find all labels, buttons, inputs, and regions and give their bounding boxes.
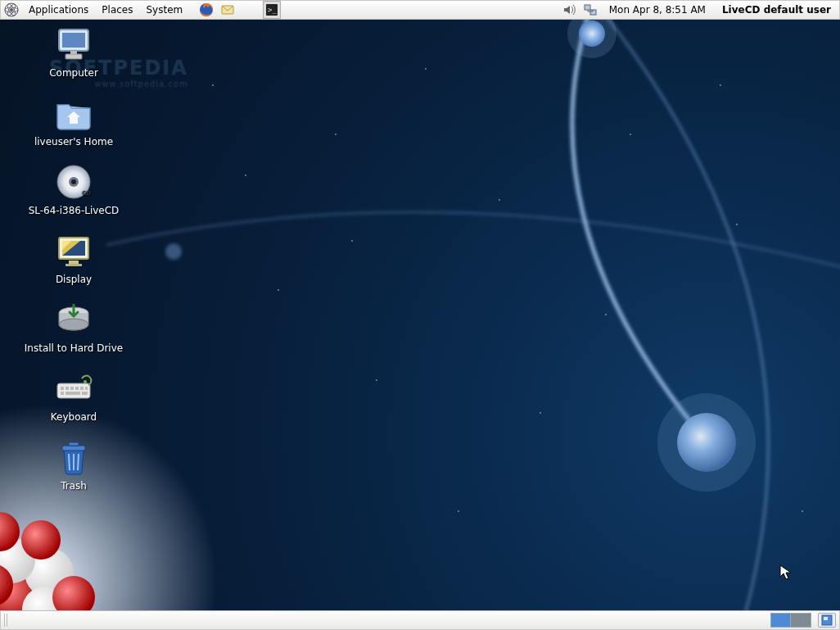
hard-drive-install-icon (54, 300, 93, 339)
desktop-icon-install[interactable]: Install to Hard Drive (12, 300, 135, 354)
home-folder-icon (54, 93, 93, 133)
menu-system[interactable]: System (139, 1, 189, 19)
desktop-icon-label: Install to Hard Drive (25, 342, 123, 354)
volume-icon[interactable] (560, 1, 578, 19)
user-menu[interactable]: LiveCD default user (714, 4, 839, 16)
svg-point-4 (657, 393, 756, 492)
svg-point-13 (540, 412, 541, 414)
workspace-1[interactable] (771, 614, 791, 627)
svg-rect-46 (75, 387, 79, 390)
svg-point-62 (10, 8, 13, 11)
svg-point-11 (736, 224, 738, 225)
svg-rect-31 (70, 51, 77, 54)
svg-point-19 (351, 240, 353, 242)
svg-text:CD: CD (82, 190, 91, 197)
svg-rect-30 (65, 54, 82, 59)
workspace-switcher[interactable] (770, 613, 811, 628)
svg-point-10 (630, 134, 631, 135)
svg-rect-53 (62, 446, 85, 451)
desktop-icon-display[interactable]: Display (12, 231, 135, 285)
svg-rect-51 (82, 392, 88, 395)
trash-icon (54, 437, 93, 477)
svg-point-17 (720, 84, 721, 86)
distro-logo-icon[interactable] (2, 1, 20, 19)
desktop-icon-label: Display (56, 274, 92, 285)
svg-rect-38 (69, 261, 79, 264)
disc-icon: CD (54, 162, 93, 202)
clock[interactable]: Mon Apr 8, 8:51 AM (601, 4, 714, 16)
desktop-icon-label: Trash (61, 480, 87, 492)
desktop-icon-label: SL-64-i386-LiveCD (29, 205, 120, 216)
computer-icon (54, 25, 93, 64)
workspace-2[interactable] (791, 614, 811, 627)
svg-point-26 (21, 520, 61, 560)
svg-point-8 (499, 199, 500, 201)
svg-point-12 (376, 379, 377, 381)
svg-rect-29 (62, 33, 85, 48)
svg-rect-44 (65, 387, 69, 390)
keyboard-icon (54, 369, 93, 408)
desktop-icon-label: liveuser's Home (34, 136, 113, 147)
menu-label: System (146, 4, 183, 16)
desktop-icon-home[interactable]: liveuser's Home (12, 93, 135, 147)
svg-rect-45 (70, 387, 74, 390)
svg-rect-47 (80, 387, 84, 390)
network-icon[interactable] (581, 1, 599, 19)
display-icon (54, 231, 93, 270)
bottom-panel (0, 610, 840, 630)
menu-label: Applications (29, 4, 88, 16)
svg-point-41 (59, 319, 88, 330)
desktop-icon-label: Keyboard (51, 411, 97, 423)
svg-rect-48 (85, 387, 88, 390)
svg-rect-54 (69, 442, 79, 446)
svg-point-5 (212, 84, 214, 86)
svg-rect-39 (65, 264, 82, 266)
desktop-icon-computer[interactable]: Computer (12, 25, 135, 79)
menu-applications[interactable]: Applications (22, 1, 95, 19)
svg-rect-43 (61, 387, 64, 390)
top-panel: Applications Places System >_ Mon Apr 8,… (0, 0, 840, 20)
svg-line-55 (69, 454, 70, 470)
svg-point-1 (567, 20, 616, 58)
svg-rect-67 (585, 5, 590, 10)
menu-places[interactable]: Places (95, 1, 139, 19)
wallpaper-molecule-icon (0, 483, 131, 630)
menu-label: Places (102, 4, 133, 16)
svg-point-9 (278, 289, 279, 291)
svg-point-6 (335, 134, 336, 135)
show-desktop-button[interactable] (818, 613, 836, 628)
svg-rect-50 (65, 392, 80, 395)
panel-grip-icon[interactable] (4, 614, 9, 627)
svg-rect-70 (824, 617, 828, 620)
svg-point-18 (605, 314, 607, 315)
svg-text:>_: >_ (268, 6, 277, 14)
email-launcher-icon[interactable] (219, 1, 237, 19)
desktop-icon-keyboard[interactable]: Keyboard (12, 369, 135, 423)
desktop-icon-label: Computer (49, 67, 98, 79)
desktop-icon-livecd[interactable]: CD SL-64-i386-LiveCD (12, 162, 135, 216)
desktop-icons-area: Computer liveuser's Home CD SL-64-i386-L… (0, 25, 147, 492)
svg-point-14 (458, 510, 459, 512)
mouse-cursor-icon (779, 564, 793, 581)
firefox-launcher-icon[interactable] (197, 1, 215, 19)
svg-rect-49 (61, 392, 64, 395)
svg-point-16 (245, 174, 246, 176)
svg-line-57 (78, 454, 79, 470)
svg-point-7 (425, 68, 427, 70)
svg-point-34 (71, 179, 76, 184)
desktop-icon-trash[interactable]: Trash (12, 437, 135, 492)
svg-point-2 (165, 243, 182, 260)
svg-rect-42 (57, 383, 90, 398)
terminal-launcher-icon[interactable]: >_ (263, 1, 281, 19)
svg-point-52 (84, 380, 87, 383)
svg-point-15 (802, 510, 803, 512)
